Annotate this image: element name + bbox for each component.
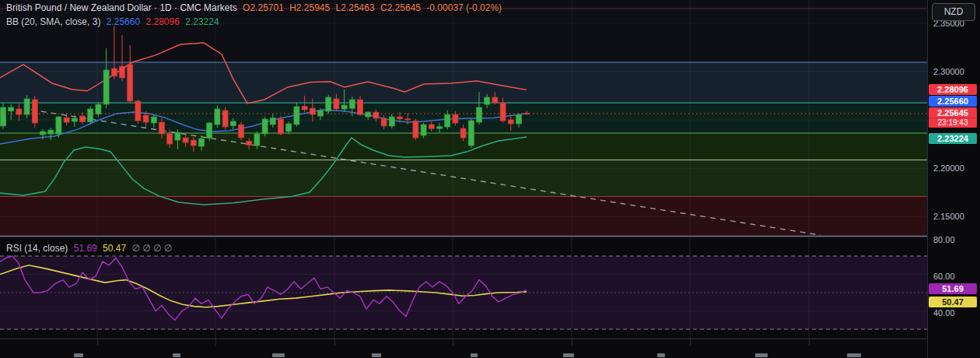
candle [262,119,268,134]
ohlc-open: O2.25701 [243,2,284,13]
time-axis-tick [572,339,572,346]
time-label-stub [471,353,478,357]
rsi-value: 51.69 [74,243,97,254]
candle [278,119,284,134]
time-label-stub [74,353,83,357]
candle [230,121,236,126]
candle [183,138,188,142]
candle [413,121,418,138]
candle [1,107,6,126]
candle [397,117,403,119]
candle [167,134,173,144]
time-label-stub [563,353,574,357]
ohlc-high: H2.25945 [289,2,330,13]
candle [56,117,61,134]
candle [151,117,156,123]
candle [270,118,275,125]
bb-label: BB (20, SMA, close, 3) [6,16,100,27]
time-label-stub [372,353,381,357]
candle [294,107,299,125]
candle [389,117,394,126]
candle [508,120,513,124]
candle [326,97,331,111]
price-axis-separator [927,0,928,358]
candle [24,99,30,114]
price-change: -0.00037 (-0.02%) [426,2,502,13]
bb-lower-badge: 2.23224 [929,133,977,144]
time-label-stub [173,353,180,357]
candle [373,112,379,118]
candle [191,140,196,146]
ohlc-close: C2.25645 [380,2,421,13]
time-axis-tick [334,339,335,346]
candle [500,103,506,121]
candle [175,132,180,140]
candle [128,65,133,101]
candle [381,118,387,126]
candle [310,108,315,114]
candle [239,125,244,138]
candle [16,109,22,114]
chart-canvas[interactable] [0,0,927,339]
candle [437,127,443,129]
candle [492,97,498,103]
ohlc-low: L2.25463 [336,2,375,13]
symbol-legend[interactable]: British Pound / New Zealand Dollar · 1D … [6,2,505,13]
time-axis-tick [809,339,810,346]
candle [222,111,228,127]
trading-chart-app: British Pound / New Zealand Dollar · 1D … [0,0,980,358]
candle [120,66,125,78]
candle [302,107,307,110]
candle [96,104,101,114]
candle [64,118,69,122]
candle [524,113,530,114]
bb-lower-value: 2.23224 [185,16,219,27]
candle [468,121,474,146]
candle [135,101,141,121]
candle [334,99,339,109]
symbol-title: British Pound / New Zealand Dollar · 1D … [6,2,237,13]
bb-upper-value: 2.28096 [145,16,179,27]
bb-basis-badge: 2.25660 [929,96,977,107]
time-label-stub [657,353,665,357]
candle [405,119,411,120]
price-axis-label: 2.30000 [933,67,964,76]
candle [358,100,363,114]
time-axis-tick [690,339,691,346]
candle [485,97,490,104]
candle [421,125,426,135]
rsi-axis-label: 60.00 [933,272,955,281]
candle [199,139,205,146]
candle [366,112,371,117]
candle [48,130,54,134]
candle [247,141,252,145]
rsi-indicator-legend[interactable]: RSI (14, close) 51.69 50.47 ∅ ∅ ∅ ∅ [6,243,175,254]
candle [445,114,450,127]
price-axis[interactable]: 2.350002.300002.200002.1500080.0060.0040… [927,0,980,358]
candle [516,115,522,125]
rsi-ma-badge: 50.47 [929,297,977,307]
candle [254,134,260,146]
candle [318,111,324,116]
rsi-value-badge: 51.69 [929,283,977,294]
rsi-axis-label: 80.00 [933,235,955,244]
candle [72,118,77,121]
rsi-label: RSI (14, close) [6,243,68,254]
last-price-badge: 2.2564523:19:43 [929,107,977,128]
candle [453,114,458,123]
rsi-empty-slots-icon: ∅ ∅ ∅ ∅ [131,243,172,254]
candle [477,107,482,122]
candle [103,70,109,104]
time-axis-tick [453,339,453,346]
candle [88,109,93,122]
candle [9,107,14,111]
time-axis-tick [215,339,216,346]
currency-toggle-button[interactable]: NZD [932,3,975,21]
bb-indicator-legend[interactable]: BB (20, SMA, close, 3) 2.25660 2.28096 2… [6,16,222,27]
rsi-axis-label: 40.00 [933,308,955,318]
bb-basis-value: 2.25660 [107,16,140,27]
candle [286,124,292,132]
candle [40,132,46,135]
candle [32,100,37,123]
time-axis[interactable] [0,339,980,358]
